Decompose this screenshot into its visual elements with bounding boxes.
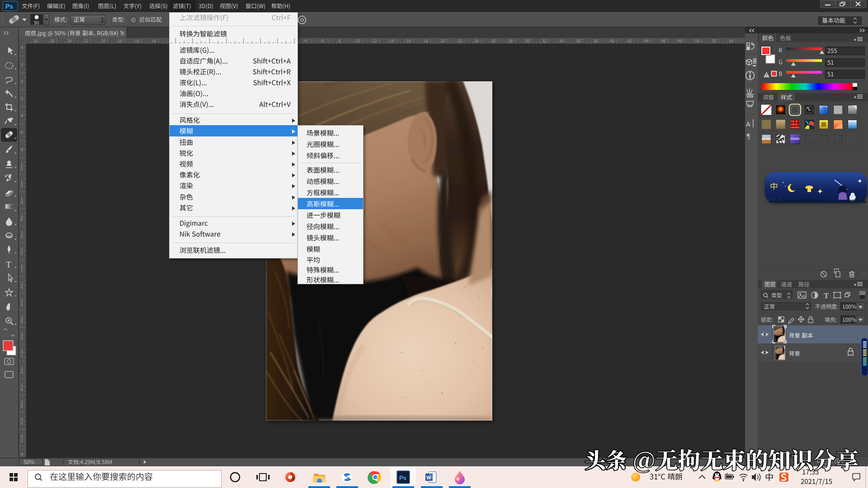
svg-text:Ps: Ps xyxy=(399,474,406,481)
svg-text:A: A xyxy=(746,120,750,128)
svg-text:T: T xyxy=(6,260,11,269)
svg-text:Ps: Ps xyxy=(5,3,13,10)
svg-text:T: T xyxy=(824,291,829,300)
svg-text:¶: ¶ xyxy=(747,132,750,140)
svg-text:W: W xyxy=(426,475,431,480)
